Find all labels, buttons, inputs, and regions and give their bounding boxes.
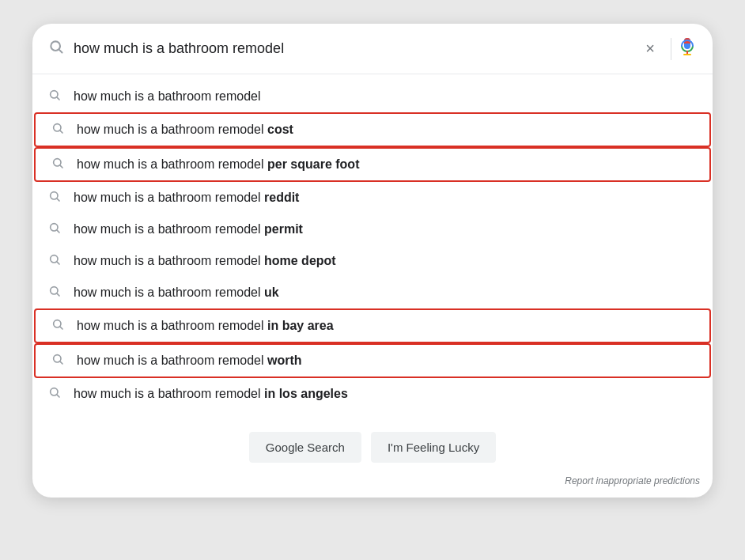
- search-icon: [48, 39, 64, 59]
- suggestion-text-1: how much is a bathroom remodel cost: [77, 123, 293, 137]
- google-search-button[interactable]: Google Search: [249, 432, 361, 463]
- svg-line-9: [60, 165, 62, 168]
- suggestion-search-icon-3: [48, 190, 61, 206]
- search-bar: how much is a bathroom remodel ×: [32, 24, 713, 74]
- suggestion-item-1[interactable]: how much is a bathroom remodel cost: [34, 112, 711, 147]
- feeling-lucky-button[interactable]: I'm Feeling Lucky: [371, 432, 496, 463]
- suggestion-search-icon-1: [51, 122, 64, 138]
- search-query[interactable]: how much is a bathroom remodel: [74, 40, 626, 57]
- svg-line-21: [60, 361, 62, 364]
- suggestion-text-9: how much is a bathroom remodel in los an…: [74, 387, 348, 401]
- suggestion-text-5: how much is a bathroom remodel home depo…: [74, 254, 336, 268]
- svg-line-1: [59, 50, 62, 53]
- suggestion-text-4: how much is a bathroom remodel permit: [74, 222, 303, 236]
- suggestion-search-icon-0: [48, 89, 61, 104]
- suggestion-item-6[interactable]: how much is a bathroom remodel uk: [32, 277, 713, 308]
- suggestion-item-3[interactable]: how much is a bathroom remodel reddit: [32, 182, 713, 214]
- svg-line-5: [57, 97, 59, 100]
- mic-icon[interactable]: [678, 37, 697, 61]
- suggestion-text-2: how much is a bathroom remodel per squar…: [77, 157, 359, 172]
- clear-icon[interactable]: ×: [636, 35, 664, 62]
- svg-line-7: [60, 131, 62, 133]
- suggestion-search-icon-6: [48, 285, 61, 301]
- report-row: Report inappropriate predictions: [32, 475, 713, 498]
- suggestion-item-5[interactable]: how much is a bathroom remodel home depo…: [32, 245, 713, 277]
- suggestions-list: how much is a bathroom remodel how much …: [32, 74, 713, 416]
- suggestion-search-icon-8: [51, 353, 64, 369]
- suggestion-search-icon-4: [48, 221, 61, 237]
- buttons-row: Google Search I'm Feeling Lucky: [32, 416, 713, 475]
- svg-line-19: [60, 327, 62, 329]
- suggestion-search-icon-2: [51, 157, 64, 172]
- svg-line-15: [57, 262, 59, 264]
- svg-line-11: [57, 199, 59, 201]
- suggestion-item-2[interactable]: how much is a bathroom remodel per squar…: [34, 147, 711, 182]
- search-bar-actions: ×: [636, 35, 697, 62]
- suggestion-text-3: how much is a bathroom remodel reddit: [74, 191, 299, 205]
- suggestion-item-4[interactable]: how much is a bathroom remodel permit: [32, 214, 713, 245]
- suggestion-item-7[interactable]: how much is a bathroom remodel in bay ar…: [34, 308, 711, 343]
- svg-line-13: [57, 230, 59, 233]
- suggestion-text-0: how much is a bathroom remodel: [74, 89, 261, 104]
- suggestion-item-9[interactable]: how much is a bathroom remodel in los an…: [32, 378, 713, 410]
- suggestion-item-0[interactable]: how much is a bathroom remodel: [32, 81, 713, 112]
- suggestion-text-7: how much is a bathroom remodel in bay ar…: [77, 319, 334, 333]
- suggestion-search-icon-7: [51, 318, 64, 334]
- suggestion-text-6: how much is a bathroom remodel uk: [74, 286, 279, 300]
- suggestion-search-icon-5: [48, 253, 61, 269]
- divider: [671, 38, 671, 60]
- suggestion-item-8[interactable]: how much is a bathroom remodel worth: [34, 343, 711, 378]
- suggestion-search-icon-9: [48, 386, 61, 402]
- suggestion-text-8: how much is a bathroom remodel worth: [77, 354, 302, 368]
- search-container: how much is a bathroom remodel ×: [32, 24, 713, 498]
- report-text[interactable]: Report inappropriate predictions: [565, 475, 700, 486]
- svg-line-23: [57, 395, 59, 397]
- svg-line-17: [57, 293, 59, 296]
